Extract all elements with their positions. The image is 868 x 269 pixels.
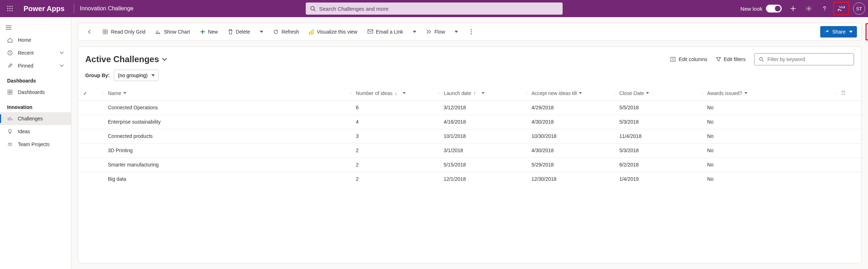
delete-button[interactable]: Delete <box>224 25 254 38</box>
new-look-toggle[interactable]: New look <box>740 5 782 13</box>
collapse-nav-button[interactable] <box>1 21 16 34</box>
overflow-button[interactable] <box>466 25 477 38</box>
table-row[interactable]: Enterprise sustainability44/16/20184/30/… <box>78 115 861 129</box>
col-launch-date[interactable]: Launch date↑ <box>439 86 527 100</box>
table-row[interactable]: Connected products310/1/201810/30/201811… <box>78 129 861 143</box>
nav-team-projects[interactable]: Team Projects <box>0 138 71 151</box>
table-row[interactable]: Connected Operations63/12/20184/29/20185… <box>78 100 861 115</box>
col-pin[interactable] <box>836 86 861 100</box>
nav-recent[interactable]: Recent <box>0 46 71 59</box>
row-checkbox[interactable] <box>78 129 103 143</box>
chevron-down-icon <box>60 51 64 54</box>
svg-line-10 <box>314 10 315 11</box>
nav-label: Ideas <box>18 129 30 134</box>
team-icon <box>7 141 13 147</box>
col-accept-till[interactable]: Accept new ideas till <box>527 86 614 100</box>
email-dropdown[interactable] <box>409 25 420 38</box>
table-row[interactable]: 3D Printing23/1/20184/30/20185/3/2018No <box>78 143 861 158</box>
cell-pin <box>836 115 861 129</box>
table-row[interactable]: Smarter manufacturing25/15/20185/29/2018… <box>78 158 861 172</box>
row-checkbox[interactable] <box>78 143 103 158</box>
edit-columns-button[interactable]: Edit columns <box>666 53 711 65</box>
help-button[interactable] <box>817 1 832 16</box>
svg-point-12 <box>824 10 825 11</box>
command-bar: Read Only Grid Show Chart New Delete Ref… <box>78 23 862 41</box>
settings-button[interactable] <box>802 1 816 16</box>
col-close-date[interactable]: Close Date <box>614 86 702 100</box>
view-selector[interactable]: Active Challenges <box>85 54 167 64</box>
nav-label: Dashboards <box>18 89 45 95</box>
col-name[interactable]: Name <box>103 86 351 100</box>
edit-filters-button[interactable]: Edit filters <box>712 53 750 65</box>
cell-awards: No <box>702 143 836 158</box>
col-awards[interactable]: Awards issued? <box>702 86 836 100</box>
trash-icon <box>228 29 233 35</box>
row-checkbox[interactable] <box>78 158 103 172</box>
svg-point-4 <box>10 8 11 9</box>
nav-label: Team Projects <box>18 141 50 147</box>
svg-point-5 <box>12 8 13 9</box>
nav-home[interactable]: Home <box>0 34 71 46</box>
cell-ideas: 2 <box>351 172 438 186</box>
nav-dashboards[interactable]: Dashboards <box>0 86 71 99</box>
share-icon <box>824 29 829 34</box>
main-area: Read Only Grid Show Chart New Delete Ref… <box>71 17 868 269</box>
nav-pinned[interactable]: Pinned <box>0 59 71 72</box>
nav-label: Pinned <box>18 63 34 69</box>
svg-point-7 <box>10 10 11 11</box>
row-checkbox[interactable] <box>78 115 103 129</box>
user-avatar[interactable]: ST <box>853 3 865 15</box>
app-launcher-button[interactable] <box>3 1 17 16</box>
table-row[interactable]: Big data212/1/201812/30/20181/4/2019No <box>78 172 861 186</box>
nav-ideas[interactable]: Ideas <box>0 125 71 138</box>
show-chart-button[interactable]: Show Chart <box>151 25 194 38</box>
svg-rect-15 <box>10 90 12 92</box>
row-checkbox[interactable] <box>78 100 103 115</box>
keyword-filter[interactable] <box>754 53 854 65</box>
email-link-button[interactable]: Email a Link <box>363 25 407 38</box>
cell-close: 11/4/2018 <box>614 129 702 143</box>
idea-icon <box>7 129 13 134</box>
svg-rect-26 <box>311 30 312 35</box>
svg-point-20 <box>10 143 12 144</box>
nav-label: Challenges <box>18 116 43 121</box>
refresh-button[interactable]: Refresh <box>269 25 303 38</box>
svg-point-30 <box>471 31 472 32</box>
cmd-label: Show Chart <box>164 29 190 35</box>
flow-icon <box>426 29 432 34</box>
cell-ideas: 4 <box>351 115 438 129</box>
cell-accept: 4/29/2018 <box>527 100 614 115</box>
row-checkbox[interactable] <box>78 172 103 186</box>
new-button[interactable]: New <box>196 25 222 38</box>
cell-name: Enterprise sustainability <box>103 115 351 129</box>
nav-challenges[interactable]: Challenges <box>0 112 71 125</box>
svg-point-31 <box>471 33 472 34</box>
cmd-label: Read Only Grid <box>111 29 145 35</box>
flow-dropdown[interactable] <box>451 25 462 38</box>
global-search[interactable] <box>306 3 563 15</box>
flow-button[interactable]: Flow <box>422 25 450 38</box>
global-search-input[interactable] <box>319 5 558 12</box>
col-number-of-ideas[interactable]: Number of ideas↓ <box>351 86 438 100</box>
action-label: Edit columns <box>679 56 707 62</box>
keyword-filter-input[interactable] <box>767 56 849 63</box>
cmd-label: Email a Link <box>376 29 403 35</box>
group-by-select[interactable]: (no grouping) <box>114 70 159 81</box>
select-all-header[interactable]: ✓ <box>78 86 103 100</box>
back-button[interactable] <box>82 25 97 38</box>
copilot-pane-button[interactable] <box>866 23 868 40</box>
copilot-header-button[interactable] <box>833 2 849 15</box>
cell-name: Connected Operations <box>103 100 351 115</box>
read-only-grid-button[interactable]: Read Only Grid <box>98 25 149 38</box>
cell-pin <box>836 143 861 158</box>
toggle-switch[interactable] <box>766 5 782 13</box>
svg-rect-28 <box>368 30 373 33</box>
column-header-row: ✓ Name Number of ideas↓ Launch date↑ Acc… <box>78 86 861 100</box>
new-look-label: New look <box>740 6 762 12</box>
grid-card: Active Challenges Edit columns Edit filt… <box>78 46 862 263</box>
share-button[interactable]: Share <box>820 26 857 38</box>
add-button[interactable] <box>786 1 800 16</box>
svg-point-2 <box>12 6 13 7</box>
delete-dropdown[interactable] <box>256 25 267 38</box>
visualize-button[interactable]: Visualize this view <box>305 25 361 38</box>
